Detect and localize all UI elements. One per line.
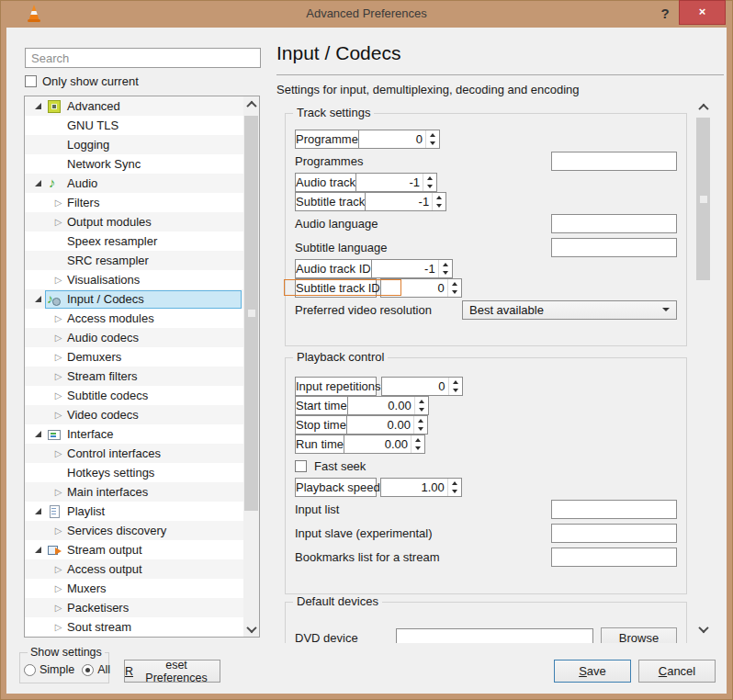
spin-down-button[interactable] <box>439 269 452 278</box>
simple-radio-label[interactable]: Simple <box>39 663 74 676</box>
tree-item-stream-filters[interactable]: ▷Stream filters <box>25 367 243 386</box>
spin-down-button[interactable] <box>448 288 461 298</box>
all-radio[interactable] <box>82 664 94 676</box>
only-show-current-checkbox[interactable] <box>25 75 37 87</box>
spin-down-button[interactable] <box>448 488 461 497</box>
tree-item-output-modules[interactable]: ▷Output modules <box>25 212 243 231</box>
main-scrollbar[interactable] <box>695 99 711 637</box>
spin-up-button[interactable] <box>412 435 424 445</box>
collapsed-arrow-icon[interactable]: ▷ <box>51 565 65 574</box>
input-slave-experimental-input[interactable] <box>551 524 677 543</box>
tree-item-body[interactable]: Control interfaces <box>65 445 242 463</box>
tree-item-body[interactable]: Filters <box>65 194 242 212</box>
playback-speed-spinbox[interactable]: 1.00 <box>380 478 462 497</box>
tree-item-body[interactable]: Audio codecs <box>65 329 242 347</box>
tree-item-body[interactable]: Output modules <box>65 213 242 231</box>
tree-item-body[interactable]: Subtitle codecs <box>65 387 242 405</box>
tree-item-body[interactable]: Input / Codecs <box>45 290 242 309</box>
tree-item-muxers[interactable]: ▷Muxers <box>25 579 243 598</box>
spin-down-button[interactable] <box>412 445 424 454</box>
tree-item-body[interactable]: Sout stream <box>65 618 242 637</box>
tree-item-body[interactable]: Stream output <box>45 541 242 559</box>
spin-up-button[interactable] <box>449 378 462 387</box>
stop-time-spinbox[interactable]: 0.00 <box>346 415 428 435</box>
tree-item-body[interactable]: Network Sync <box>65 155 242 174</box>
reset-preferences-button[interactable]: Reset Preferences <box>124 660 220 683</box>
spin-down-button[interactable] <box>449 387 462 396</box>
tree-item-gnu-tls[interactable]: GNU TLS <box>25 116 243 135</box>
spin-down-button[interactable] <box>414 425 427 435</box>
spin-up-button[interactable] <box>439 260 452 269</box>
save-button[interactable]: Save <box>554 660 631 683</box>
tree-item-stream-output[interactable]: Stream output <box>25 540 243 559</box>
tree-item-interface[interactable]: Interface <box>25 424 243 444</box>
dvd-device-input[interactable] <box>396 628 593 644</box>
spin-up-button[interactable] <box>433 193 445 202</box>
collapsed-arrow-icon[interactable]: ▷ <box>51 488 65 497</box>
collapsed-arrow-icon[interactable]: ▷ <box>51 372 65 381</box>
tree-item-advanced[interactable]: Advanced <box>25 96 243 116</box>
tree-item-playlist[interactable]: Playlist <box>25 502 243 521</box>
spin-value[interactable]: 0.00 <box>348 397 414 414</box>
tree-item-src-resampler[interactable]: SRC resampler <box>25 251 243 270</box>
tree-item-control-interfaces[interactable]: ▷Control interfaces <box>25 444 243 463</box>
spin-up-button[interactable] <box>426 130 439 140</box>
spin-down-button[interactable] <box>433 202 445 211</box>
tree-scroll-up-button[interactable] <box>243 96 259 112</box>
audio-track-id-spinbox[interactable]: -1 <box>371 259 453 278</box>
tree-scrollbar[interactable] <box>243 96 259 637</box>
tree-item-body[interactable]: Logging <box>65 136 242 154</box>
expanded-arrow-icon[interactable] <box>31 103 45 109</box>
tree-item-body[interactable]: Speex resampler <box>65 232 242 251</box>
spin-down-button[interactable] <box>423 183 436 192</box>
cancel-button[interactable]: Cancel <box>638 660 716 683</box>
input-repetitions-spinbox[interactable]: 0 <box>381 377 463 396</box>
tree-item-body[interactable]: Services discovery <box>65 522 242 540</box>
start-time-spinbox[interactable]: 0.00 <box>347 396 429 415</box>
tree-item-speex-resampler[interactable]: Speex resampler <box>25 231 243 251</box>
collapsed-arrow-icon[interactable]: ▷ <box>51 353 65 362</box>
tree-item-sout-stream[interactable]: ▷Sout stream <box>25 617 243 637</box>
tree-item-hotkeys-settings[interactable]: Hotkeys settings <box>25 463 243 482</box>
tree-item-packetisers[interactable]: ▷Packetisers <box>25 598 243 617</box>
collapsed-arrow-icon[interactable]: ▷ <box>51 333 65 343</box>
spin-value[interactable]: 0 <box>381 279 447 297</box>
collapsed-arrow-icon[interactable]: ▷ <box>51 604 65 613</box>
collapsed-arrow-icon[interactable]: ▷ <box>51 198 65 208</box>
programme-spinbox[interactable]: 0 <box>358 130 440 149</box>
simple-radio[interactable] <box>24 664 36 676</box>
main-scroll-thumb[interactable] <box>696 118 710 280</box>
expanded-arrow-icon[interactable] <box>31 508 45 514</box>
spin-up-button[interactable] <box>423 174 436 183</box>
tree-item-body[interactable]: Packetisers <box>65 599 242 617</box>
spin-value[interactable]: 0.00 <box>347 416 413 434</box>
spin-up-button[interactable] <box>448 279 461 288</box>
spin-down-button[interactable] <box>415 406 428 415</box>
tree-item-visualisations[interactable]: ▷Visualisations <box>25 270 243 289</box>
spin-up-button[interactable] <box>414 416 427 425</box>
spin-value[interactable]: 0 <box>359 130 425 148</box>
tree-item-filters[interactable]: ▷Filters <box>25 193 243 212</box>
spin-value[interactable]: 0.00 <box>344 435 411 453</box>
collapsed-arrow-icon[interactable]: ▷ <box>51 584 65 593</box>
subtitle-track-id-spinbox[interactable]: 0 <box>380 278 462 298</box>
tree-item-access-output[interactable]: ▷Access output <box>25 559 243 579</box>
tree-item-body[interactable]: Stream filters <box>65 367 242 386</box>
expanded-arrow-icon[interactable] <box>31 431 45 437</box>
tree-item-body[interactable]: SRC resampler <box>65 252 242 270</box>
tree-item-body[interactable]: Access modules <box>65 310 242 328</box>
collapsed-arrow-icon[interactable]: ▷ <box>51 276 65 285</box>
tree-item-body[interactable]: GNU TLS <box>65 117 242 135</box>
tree-item-body[interactable]: Video codecs <box>65 406 242 424</box>
field-label[interactable]: Fast seek <box>314 459 366 473</box>
spin-value[interactable]: 0 <box>382 378 448 395</box>
collapsed-arrow-icon[interactable]: ▷ <box>51 526 65 536</box>
tree-item-body[interactable]: Playlist <box>45 502 242 521</box>
main-scroll-up-button[interactable] <box>695 99 711 115</box>
bookmarks-list-for-a-stream-input[interactable] <box>551 548 677 567</box>
subtitle-language-input[interactable] <box>551 238 677 257</box>
only-show-current-option[interactable]: Only show current <box>25 73 139 88</box>
search-input[interactable] <box>25 48 261 68</box>
tree-item-body[interactable]: Interface <box>45 425 242 444</box>
tree-item-video-codecs[interactable]: ▷Video codecs <box>25 405 243 424</box>
